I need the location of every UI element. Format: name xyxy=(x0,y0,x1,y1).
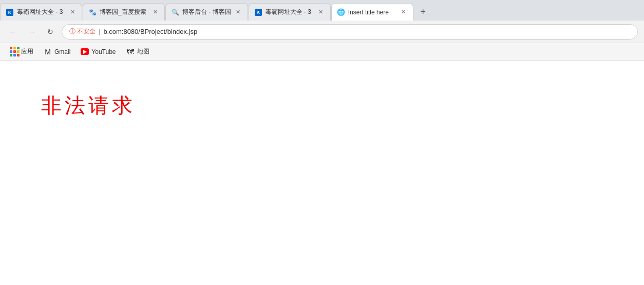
bookmark-youtube[interactable]: YouTube xyxy=(77,46,120,58)
reload-button[interactable]: ↻ xyxy=(43,25,58,39)
bookmarks-bar: 应用 M Gmail YouTube 🗺 地图 xyxy=(0,43,644,61)
insecure-label: 不安全 xyxy=(77,27,96,36)
tab-1[interactable]: K 毒霸网址大全 - 3 ✕ xyxy=(0,3,82,21)
tab-1-favicon: K xyxy=(6,8,14,16)
tab-3-close[interactable]: ✕ xyxy=(234,8,242,16)
tab-4-close[interactable]: ✕ xyxy=(317,8,325,16)
tab-5-close[interactable]: ✕ xyxy=(400,8,408,16)
url-divider: | xyxy=(99,28,100,35)
bookmark-gmail-label: Gmail xyxy=(54,48,70,55)
url-text: b.com:8080/BProject/bindex.jsp xyxy=(103,28,197,35)
tab-2-favicon: 🐾 xyxy=(88,8,97,16)
tab-5-favicon: 🌐 xyxy=(337,8,345,16)
k-icon-2: K xyxy=(255,9,262,16)
back-button[interactable]: ← xyxy=(6,25,21,39)
bookmark-maps-label: 地图 xyxy=(137,47,149,56)
baidu-icon: 🐾 xyxy=(89,9,97,16)
tab-bar: K 毒霸网址大全 - 3 ✕ 🐾 博客园_百度搜索 ✕ 🔍 博客后台 - 博客园… xyxy=(0,0,644,21)
tab-5-title: Insert title here xyxy=(348,9,396,16)
tab-4[interactable]: K 毒霸网址大全 - 3 ✕ xyxy=(249,3,331,21)
globe-icon: 🌐 xyxy=(337,8,345,16)
tab-5[interactable]: 🌐 Insert title here ✕ xyxy=(331,3,413,21)
youtube-icon xyxy=(81,48,89,56)
page-content: 非法请求 xyxy=(0,61,644,256)
tab-2-title: 博客园_百度搜索 xyxy=(100,8,148,16)
tab-2[interactable]: 🐾 博客园_百度搜索 ✕ xyxy=(83,3,165,21)
new-tab-button[interactable]: + xyxy=(416,5,430,19)
bookmark-apps-label: 应用 xyxy=(21,47,33,56)
k-icon: K xyxy=(6,9,13,16)
bookmark-apps[interactable]: 应用 xyxy=(6,45,37,58)
tab-3[interactable]: 🔍 博客后台 - 博客园 ✕ xyxy=(165,3,248,21)
tab-3-title: 博客后台 - 博客园 xyxy=(182,8,231,16)
bookmark-youtube-label: YouTube xyxy=(91,48,116,55)
forward-button[interactable]: → xyxy=(25,25,39,39)
tab-3-favicon: 🔍 xyxy=(171,8,179,16)
info-icon: ⓘ xyxy=(69,27,75,36)
toolbar: ← → ↻ ⓘ 不安全 | b.com:8080/BProject/bindex… xyxy=(0,21,644,43)
apps-grid-icon xyxy=(10,48,18,56)
tab-4-title: 毒霸网址大全 - 3 xyxy=(266,8,314,16)
gmail-icon: M xyxy=(44,48,52,56)
tab-2-close[interactable]: ✕ xyxy=(151,8,159,16)
page-message: 非法请求 xyxy=(41,91,603,120)
blog-icon: 🔍 xyxy=(172,9,179,16)
tab-1-close[interactable]: ✕ xyxy=(68,8,77,16)
tab-1-title: 毒霸网址大全 - 3 xyxy=(17,8,65,16)
address-bar[interactable]: ⓘ 不安全 | b.com:8080/BProject/bindex.jsp xyxy=(62,24,638,40)
maps-icon: 🗺 xyxy=(126,48,135,56)
bookmark-gmail[interactable]: M Gmail xyxy=(40,46,74,58)
tab-4-favicon: K xyxy=(254,8,262,16)
bookmark-maps[interactable]: 🗺 地图 xyxy=(122,45,154,58)
insecure-badge: ⓘ 不安全 xyxy=(69,27,96,36)
